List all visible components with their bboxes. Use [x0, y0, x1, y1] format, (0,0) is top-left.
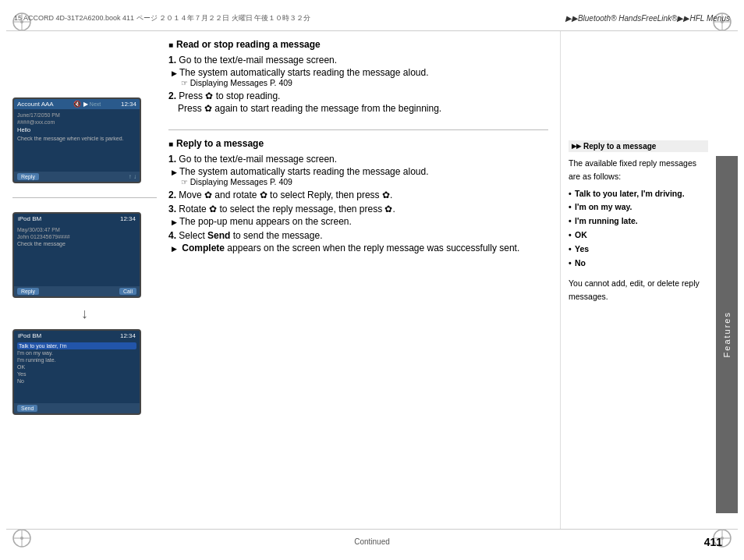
- reply-item-1: I'm on my way.: [569, 200, 708, 214]
- sidebar-text: Features: [722, 311, 732, 357]
- screen-ipod-send: iPod BM 12:34 Talk to you later, I'm I'm…: [12, 329, 141, 415]
- screen3-item-5: No: [17, 377, 136, 385]
- middle-divider: [168, 129, 548, 130]
- screen2-call-btn[interactable]: Call: [119, 288, 136, 295]
- screen2-email: John 012345679####: [17, 233, 136, 240]
- continued-label: Continued: [6, 537, 738, 546]
- screen2-footer: Reply Call: [14, 286, 140, 296]
- reply-item-4: Yes: [569, 243, 708, 256]
- section1-step1-ref: Displaying Messages P. 409: [168, 78, 548, 87]
- instructions-column: Read or stop reading a message 1. Go to …: [157, 31, 560, 529]
- section2-step1-ref: Displaying Messages P. 409: [168, 177, 548, 186]
- screen3-time: 12:34: [120, 332, 136, 339]
- section2-step4-arrow: Complete appears on the screen when the …: [168, 243, 548, 253]
- screen-account-aaa: Account AAA 🔇 ▶ Next 12:34 June/17/2050 …: [12, 97, 141, 183]
- screen1-email: ####@xxx.com: [17, 119, 136, 126]
- reply-item-3: OK: [569, 229, 708, 242]
- screen1-message: Check the message when vehicle is parked…: [17, 135, 136, 142]
- screen1-nav: ↑ ↓: [129, 173, 136, 180]
- screen1-header: Account AAA 🔇 ▶ Next 12:34: [14, 99, 140, 109]
- section2-step4: 4. Select Send to send the message. Comp…: [168, 230, 548, 253]
- screen3-header: iPod BM 12:34: [14, 331, 140, 341]
- right-panel-note: You cannot add, edit, or delete reply me…: [569, 277, 708, 303]
- section1-step1-arrow: The system automatically starts reading …: [168, 67, 548, 78]
- device-screenshots-column: Account AAA 🔇 ▶ Next 12:34 June/17/2050 …: [12, 31, 157, 529]
- arrow-down-icon: ↓: [12, 306, 157, 321]
- section2-step1-arrow: The system automatically starts reading …: [168, 166, 548, 177]
- section1-step1: 1. Go to the text/e-mail message screen.…: [168, 55, 548, 87]
- screen3-body: Talk to you later, I'm I'm on my way. I'…: [14, 341, 140, 386]
- section1-step2-num: 2.: [168, 90, 176, 101]
- screen3-item-3: OK: [17, 363, 136, 370]
- section1-step2: 2. Press ✿ to stop reading. Press ✿ agai…: [168, 90, 548, 114]
- section1-heading: Read or stop reading a message: [168, 39, 548, 50]
- screen-ipod-reply: iPod BM 12:34 May/30/03:47 PM John 01234…: [12, 212, 141, 298]
- sidebar-features-label: Features: [716, 156, 738, 513]
- file-info: 15 ACCORD 4D-31T2A6200.book 411 ページ ２０１４…: [14, 13, 565, 23]
- screen3-item-1: I'm on my way.: [17, 349, 136, 356]
- screen3-brand: iPod BM: [18, 332, 41, 339]
- screen3-send-btn[interactable]: Send: [17, 405, 37, 412]
- screen1-date: June/17/2050 PM: [17, 112, 136, 119]
- section2-step3-num: 3.: [168, 204, 176, 214]
- section2-step2: 2. Move ✿ and rotate ✿ to select Reply, …: [168, 190, 548, 200]
- screen3-item-2: I'm running late.: [17, 356, 136, 363]
- screen2-brand: iPod BM: [18, 215, 41, 222]
- screen2-time: 12:34: [120, 215, 136, 222]
- section2-step2-num: 2.: [168, 190, 176, 200]
- page-number: 411: [704, 536, 722, 548]
- main-content: Account AAA 🔇 ▶ Next 12:34 June/17/2050 …: [12, 31, 716, 529]
- section2-step1-text: Go to the text/e-mail message screen.: [179, 154, 337, 165]
- right-panel-intro: The available fixed reply messages are a…: [569, 157, 708, 183]
- section2-step3-text: Rotate ✿ to select the reply message, th…: [179, 204, 395, 214]
- right-panel-body: The available fixed reply messages are a…: [569, 157, 708, 303]
- screen1-subject: Hello: [17, 126, 136, 134]
- screen2-reply-btn[interactable]: Reply: [17, 288, 39, 295]
- section2-step1-num: 1.: [168, 154, 176, 165]
- screen1-footer: Reply ↑ ↓: [14, 172, 140, 182]
- screen3-item-0: Talk to you later, I'm: [17, 342, 136, 349]
- right-panel: Reply to a message The available fixed r…: [560, 31, 716, 529]
- section2-step2-text: Move ✿ and rotate ✿ to select Reply, the…: [179, 190, 392, 200]
- section2-step4-text: Select Send to send the message.: [179, 230, 322, 241]
- screen1-icons: 🔇 ▶ Next: [73, 101, 101, 108]
- section-divider-line: [12, 197, 157, 198]
- screen2-date: May/30/03:47 PM: [17, 226, 136, 233]
- section2-heading: Reply to a message: [168, 138, 548, 149]
- top-bar: 15 ACCORD 4D-31T2A6200.book 411 ページ ２０１４…: [6, 6, 738, 31]
- screen3-item-4: Yes: [17, 370, 136, 377]
- reply-item-0: Talk to you later, I'm driving.: [569, 187, 708, 200]
- section2-step1: 1. Go to the text/e-mail message screen.…: [168, 154, 548, 186]
- screen3-footer: Send: [14, 403, 140, 413]
- reply-item-2: I'm running late.: [569, 214, 708, 228]
- section-read-message: Read or stop reading a message 1. Go to …: [168, 39, 548, 114]
- screen1-time: 12:34: [121, 101, 136, 108]
- bottom-bar: Continued 411: [6, 529, 738, 554]
- screen2-body: May/30/03:47 PM John 012345679#### Check…: [14, 224, 140, 250]
- section1-step1-num: 1.: [168, 55, 176, 66]
- section2-step4-num: 4.: [168, 230, 176, 241]
- section2-step3-arrow: The pop-up menu appears on the screen.: [168, 216, 548, 227]
- section-reply-message: Reply to a message 1. Go to the text/e-m…: [168, 138, 548, 253]
- chapter-header: ▶▶Bluetooth® HandsFreeLink®▶▶HFL Menus: [565, 14, 730, 23]
- screen1-reply-btn[interactable]: Reply: [17, 173, 39, 180]
- section2-step3: 3. Rotate ✿ to select the reply message,…: [168, 204, 548, 227]
- screen2-header: iPod BM 12:34: [14, 214, 140, 224]
- section1-step1-text: Go to the text/e-mail message screen.: [179, 55, 337, 66]
- screen1-body: June/17/2050 PM ####@xxx.com Hello Check…: [14, 109, 140, 144]
- screen1-account: Account AAA: [17, 101, 54, 108]
- screen2-message: Check the message: [17, 240, 136, 247]
- right-panel-title: Reply to a message: [569, 140, 708, 152]
- reply-item-5: No: [569, 257, 708, 270]
- section1-step2-text: Press ✿ to stop reading.: [179, 90, 280, 101]
- section1-step2-cont: Press ✿ again to start reading the messa…: [168, 103, 548, 114]
